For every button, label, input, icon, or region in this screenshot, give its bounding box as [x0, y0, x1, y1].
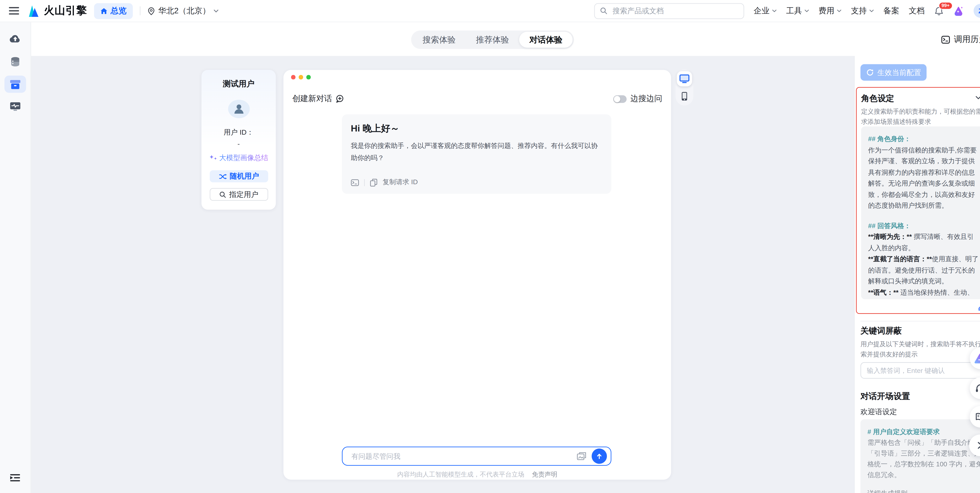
search-input[interactable] — [611, 6, 738, 15]
welcome-setting-label: 欢迎语设定 — [861, 407, 897, 417]
role-setting-title: 角色设定 — [861, 93, 980, 104]
role-identity-heading: ## 角色身份： — [868, 134, 978, 145]
chevron-down-icon[interactable] — [975, 96, 980, 100]
divider — [861, 321, 980, 321]
send-button[interactable] — [592, 448, 607, 464]
icon-sidebar — [0, 22, 31, 493]
window-dot-green — [306, 75, 310, 79]
llm-profile-summary-link[interactable]: 大模型画像总结 — [209, 153, 268, 163]
mobile-icon — [681, 91, 687, 101]
nav-link-icp[interactable]: 备案 — [883, 5, 899, 16]
arrow-up-icon — [595, 452, 603, 460]
nav-menu-billing[interactable]: 费用 — [818, 5, 842, 16]
desktop-preview-button[interactable] — [677, 71, 692, 86]
ai-disclaimer: 内容均由人工智能模型生成，不代表平台立场免责声明 — [283, 470, 671, 479]
brand-name: 火山引擎 — [44, 4, 87, 17]
tab-recommend-experience[interactable]: 推荐体验 — [466, 32, 519, 48]
sidebar-item-archive-active[interactable] — [5, 76, 26, 93]
chevron-down-icon — [213, 9, 218, 12]
sidebar-collapse-button[interactable] — [5, 469, 26, 486]
terminal-icon — [941, 35, 950, 43]
test-user-avatar — [228, 100, 249, 118]
top-navbar: 火山引擎 总览 华北2（北京） — [0, 0, 980, 22]
toggle-label: 边搜边问 — [630, 94, 662, 104]
tab-chat-experience[interactable]: 对话体验 — [519, 32, 573, 48]
sparkle-icon — [209, 154, 217, 161]
overview-label: 总览 — [111, 5, 126, 16]
caret-down-icon — [837, 10, 842, 12]
shuffle-icon — [218, 173, 227, 180]
hamburger-menu-icon[interactable] — [9, 7, 19, 15]
window-dot-red — [291, 75, 295, 79]
test-user-title: 测试用户 — [223, 79, 255, 89]
location-pin-icon — [147, 7, 155, 15]
sidebar-item-database[interactable] — [5, 53, 26, 70]
new-conversation-button[interactable]: 创建新对话 — [292, 94, 344, 104]
style-item: **清晰为先：** 撰写清晰、有效且引人入胜的内容。 — [868, 231, 978, 253]
search-icon — [600, 7, 608, 15]
person-icon — [232, 102, 245, 115]
search-while-ask-toggle[interactable] — [613, 95, 627, 103]
divider — [364, 179, 365, 186]
cloud-upload-icon — [9, 34, 22, 43]
opening-settings-title: 对话开场设置 — [861, 391, 910, 402]
overview-button[interactable]: 总览 — [94, 3, 133, 19]
user-avatar[interactable]: Z — [974, 4, 980, 17]
greeting-title: Hi 晚上好～ — [351, 122, 603, 135]
experience-tabs: 搜索体验 推荐体验 对话体验 — [411, 30, 574, 49]
divider — [140, 6, 140, 15]
nav-menu-support[interactable]: 支持 — [851, 5, 874, 16]
caret-down-icon — [869, 10, 874, 12]
volcano-logo-icon — [26, 5, 40, 17]
chevron-right-icon — [977, 442, 980, 449]
chat-input-box — [342, 447, 611, 466]
role-setting-description: 定义搜索助手的职责和能力，可根据您的需求添加场景描述特殊要求 — [861, 107, 980, 127]
screenshot-image-icon[interactable] — [576, 452, 587, 460]
sidebar-item-cloud-upload[interactable] — [5, 30, 26, 47]
region-selector[interactable]: 华北2（北京） — [147, 5, 218, 16]
chat-preview-panel: 创建新对话 边搜边问 Hi 晚上好～ 我是你的搜索助手，会以严谨客观的态度帮你解… — [283, 70, 671, 480]
device-preview-toggle — [676, 69, 694, 105]
copy-request-id-button[interactable]: 复制请求 ID — [383, 178, 418, 187]
call-history-label: 调用历史 — [954, 34, 980, 45]
assistant-config-panel: 生效当前配置 角色设定 定义搜索助手的职责和能力，可根据您的需求添加场景描述特殊… — [855, 56, 980, 493]
notification-badge: 99+ — [939, 2, 952, 10]
assign-user-button[interactable]: 指定用户 — [209, 188, 268, 200]
call-history-button[interactable]: 调用历史 — [941, 34, 980, 45]
edit-pencil-icon[interactable] — [977, 303, 980, 311]
database-icon — [10, 57, 21, 67]
keyword-block-description: 用户提及以下关键词时，搜索助手将不执行搜索并提供友好的提示 — [861, 339, 980, 359]
copy-icon[interactable] — [370, 178, 377, 186]
search-icon — [219, 191, 226, 198]
greeting-body: 我是你的搜索助手，会以严谨客观的态度帮你解答问题、推荐内容。有什么我可以协助你的… — [351, 140, 603, 164]
role-prompt-text[interactable]: ## 角色身份： 作为一个值得信赖的搜索助手,你需要保持严谨、客观的立场，致力于… — [861, 126, 980, 299]
ai-lab-flask-icon[interactable] — [953, 5, 964, 16]
nav-link-docs[interactable]: 文档 — [909, 5, 925, 16]
debug-terminal-icon[interactable] — [351, 179, 359, 186]
chat-input[interactable] — [350, 452, 571, 460]
nav-menu-enterprise[interactable]: 企业 — [754, 5, 776, 16]
global-search[interactable] — [594, 3, 744, 19]
welcome-body: 需严格包含「问候」「助手自我介绍」「引导语」三部分，三者逻辑连贯、风格统一，总字… — [867, 437, 980, 480]
ai-mountain-icon — [974, 352, 980, 365]
brand-logo[interactable]: 火山引擎 — [26, 4, 87, 17]
sidebar-item-monitoring[interactable] — [5, 98, 26, 115]
collapse-list-icon — [10, 474, 21, 481]
user-id-label: 用户 ID： — [224, 127, 254, 137]
notifications-button[interactable]: 99+ — [934, 6, 944, 16]
disclaimer-link[interactable]: 免责声明 — [532, 471, 557, 478]
mobile-preview-button[interactable] — [677, 88, 692, 103]
welcome-prompt-text[interactable]: # 用户自定义欢迎语要求 需严格包含「问候」「助手自我介绍」「引导语」三部分，三… — [861, 419, 980, 493]
random-user-button[interactable]: 随机用户 — [209, 170, 268, 183]
nav-menu-tools[interactable]: 工具 — [786, 5, 809, 16]
style-item: **语气：** 适当地保持热情、生动、富 — [868, 287, 978, 299]
tab-search-experience[interactable]: 搜索体验 — [412, 32, 466, 48]
answer-style-heading: ## 回答风格： — [868, 220, 978, 231]
apply-config-button[interactable]: 生效当前配置 — [861, 64, 926, 81]
welcome-heading: # 用户自定义欢迎语要求 — [867, 426, 980, 437]
assistant-greeting-message: Hi 晚上好～ 我是你的搜索助手，会以严谨客观的态度帮你解答问题、推荐内容。有什… — [342, 115, 611, 194]
region-label: 华北2（北京） — [158, 5, 210, 16]
keyword-block-section: 关键词屏蔽 用户提及以下关键词时，搜索助手将不执行搜索并提供友好的提示 — [861, 325, 980, 359]
refresh-icon — [866, 68, 873, 76]
forbidden-words-input[interactable] — [861, 362, 980, 378]
